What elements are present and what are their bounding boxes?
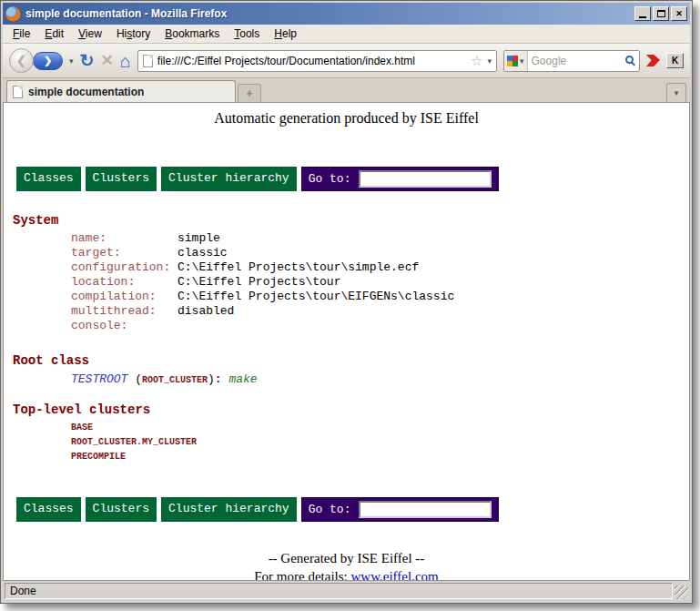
goto-input[interactable] <box>359 170 492 188</box>
root-class-paren-close: ): <box>208 372 228 386</box>
property-value: C:\Eiffel Projects\tour\simple.ecf <box>178 260 419 275</box>
property-label: compilation: <box>71 290 178 304</box>
window-title: simple documentation - Mozilla Firefox <box>25 7 634 20</box>
search-input[interactable] <box>528 55 624 67</box>
root-class-paren-open: ( <box>127 372 142 386</box>
page-footer: -- Generated by ISE Eiffel -- For more d… <box>13 549 680 581</box>
list-all-tabs-button[interactable]: ▾ <box>666 83 686 102</box>
footer-line1: -- Generated by ISE Eiffel -- <box>13 549 680 567</box>
cluster-link[interactable]: BASE <box>71 421 680 435</box>
new-tab-button[interactable]: + <box>238 84 261 102</box>
browser-window: simple documentation - Mozilla Firefox ✕… <box>0 0 693 604</box>
menu-item[interactable]: Help <box>268 25 303 42</box>
k-extension-button[interactable]: K <box>666 53 684 68</box>
menu-item[interactable]: History <box>110 25 157 42</box>
menu-item[interactable]: Tools <box>228 25 266 42</box>
search-engine-selector[interactable]: ▾ <box>504 51 528 71</box>
doc-nav-buttons: ClassesClustersCluster hierarchy <box>16 167 301 191</box>
menu-item-label-post: iew <box>86 27 102 40</box>
stop-button[interactable]: ✕ <box>100 53 113 68</box>
maximize-button[interactable] <box>653 6 669 21</box>
property-label: configuration: <box>71 260 178 275</box>
menu-item-label-post: ile <box>19 27 30 40</box>
search-magnifier-icon[interactable] <box>625 56 634 64</box>
tab-bar: simple documentation + ▾ <box>3 78 690 103</box>
property-label: location: <box>71 275 178 290</box>
system-property-row: configuration: C:\Eiffel Projects\tour\s… <box>71 260 680 275</box>
forward-icon: ❯ <box>44 55 52 66</box>
stop-icon: ✕ <box>100 52 113 69</box>
menu-item-mnemonic: V <box>78 27 86 40</box>
status-text: Done <box>5 583 673 599</box>
goto-box: Go to: <box>301 497 500 522</box>
menu-item[interactable]: View <box>72 25 108 42</box>
doc-nav-button[interactable]: Cluster hierarchy <box>161 167 297 191</box>
goto-label: Go to: <box>309 172 351 186</box>
property-value: disabled <box>178 304 234 319</box>
eiffel-website-link[interactable]: www.eiffel.com <box>351 569 439 581</box>
root-feature-link[interactable]: make <box>228 372 257 386</box>
property-value: simple <box>178 231 220 246</box>
doc-nav-row-bottom: ClassesClustersCluster hierarchy Go to: <box>16 497 680 522</box>
home-button[interactable]: ⌂ <box>120 52 131 70</box>
close-button[interactable]: ✕ <box>671 6 687 21</box>
doc-nav-button[interactable]: Cluster hierarchy <box>161 497 297 522</box>
address-bar[interactable]: ☆ ▾ <box>137 50 497 72</box>
bookmark-star-icon[interactable]: ☆ <box>471 53 482 69</box>
system-property-row: compilation: C:\Eiffel Projects\tour\EIF… <box>71 290 680 304</box>
doc-nav-row-top: ClassesClustersCluster hierarchy Go to: <box>16 167 680 191</box>
system-property-row: target: classic <box>71 246 680 260</box>
menu-item[interactable]: File <box>6 25 36 42</box>
menu-item-label-post: dit <box>52 27 64 40</box>
doc-nav-button[interactable]: Classes <box>16 497 81 522</box>
cluster-link[interactable]: ROOT_CLUSTER.MY_CLUSTER <box>71 435 680 450</box>
system-property-row: name: simple <box>71 231 680 246</box>
doc-nav-button[interactable]: Clusters <box>86 497 157 522</box>
maximize-icon <box>657 10 665 17</box>
menu-item[interactable]: Edit <box>38 25 70 42</box>
resize-grip[interactable] <box>675 586 688 599</box>
clusters-heading: Top-level clusters <box>13 402 680 417</box>
goto-input[interactable] <box>359 501 492 518</box>
property-value: C:\Eiffel Projects\tour <box>178 275 340 290</box>
url-dropdown-icon[interactable]: ▾ <box>487 56 492 66</box>
root-class-line: TESTROOT (ROOT_CLUSTER): make <box>71 372 680 388</box>
navigation-toolbar: ❮ ❯ ▾ ↻ ✕ ⌂ ☆ ▾ ▾ K <box>3 44 690 78</box>
menu-item[interactable]: Bookmarks <box>158 25 226 42</box>
tab-label: simple documentation <box>28 86 144 98</box>
search-box[interactable]: ▾ <box>503 50 640 72</box>
window-controls: ✕ <box>634 6 687 21</box>
root-class-link[interactable]: TESTROOT <box>71 372 127 386</box>
footer-line2-prefix: For more details: <box>254 569 350 581</box>
back-button[interactable]: ❮ <box>9 48 34 73</box>
tab-page-icon <box>13 86 23 98</box>
doc-nav-button[interactable]: Clusters <box>86 167 157 191</box>
property-label: name: <box>71 231 178 246</box>
menubar: File Edit View History Bookmarks Tools H… <box>3 25 690 44</box>
system-property-row: console: <box>71 319 680 333</box>
menu-item-label-post: elp <box>282 27 297 40</box>
goto-box: Go to: <box>301 167 500 191</box>
menu-item-label-post: ookmarks <box>172 27 219 40</box>
url-input[interactable] <box>157 55 466 67</box>
google-logo-icon <box>507 56 518 66</box>
status-bar: Done <box>3 581 690 601</box>
minimize-button[interactable] <box>634 6 651 21</box>
doc-nav-button[interactable]: Classes <box>16 167 81 191</box>
tab-simple-documentation[interactable]: simple documentation <box>6 80 236 102</box>
forward-button[interactable]: ❯ <box>33 52 63 70</box>
kaspersky-icon[interactable] <box>646 55 660 66</box>
minimize-icon <box>639 16 646 18</box>
history-dropdown-icon[interactable]: ▾ <box>69 56 74 66</box>
refresh-button[interactable]: ↻ <box>80 52 95 69</box>
page-title: Automatic generation produced by ISE Eif… <box>13 110 680 127</box>
property-value: C:\Eiffel Projects\tour\EIFGENs\classic <box>178 290 454 304</box>
refresh-icon: ↻ <box>80 51 95 70</box>
cluster-link[interactable]: PRECOMPILE <box>71 450 680 464</box>
cluster-list: BASEROOT_CLUSTER.MY_CLUSTERPRECOMPILE <box>71 421 680 464</box>
root-cluster-link[interactable]: ROOT_CLUSTER <box>142 375 208 385</box>
footer-line2: For more details: www.eiffel.com <box>13 567 680 581</box>
system-properties: name: simple target: classic configurati… <box>71 231 680 333</box>
property-value: classic <box>178 246 228 260</box>
property-label: console: <box>71 319 178 333</box>
